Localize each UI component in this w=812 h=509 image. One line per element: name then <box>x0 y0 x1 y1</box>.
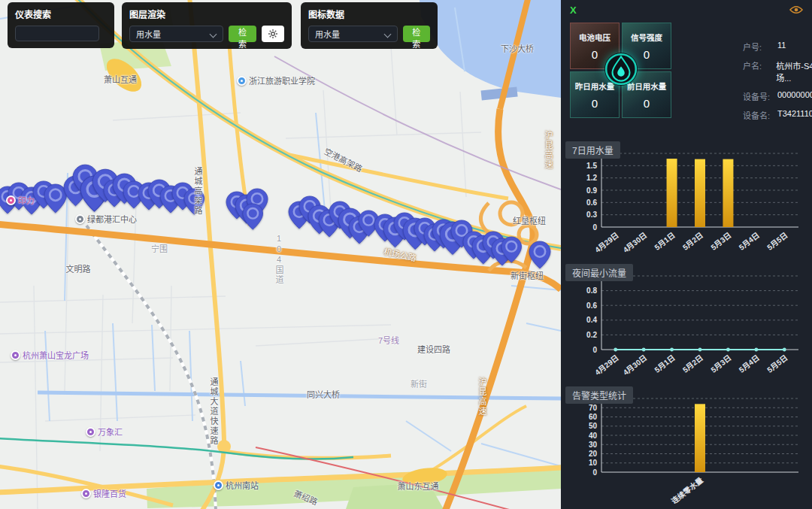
map-poi[interactable]: 银隆百货 <box>81 487 126 499</box>
svg-text:5月4日: 5月4日 <box>738 353 761 374</box>
icon-type-select[interactable]: 用水量 <box>308 26 398 42</box>
map-poi[interactable]: 绿都港汇中心 <box>75 213 137 225</box>
chart-title-daily-usage: 7日用水量 <box>565 141 620 159</box>
svg-text:0.9: 0.9 <box>586 186 597 195</box>
svg-text:0.3: 0.3 <box>586 211 597 219</box>
svg-text:30: 30 <box>589 441 598 449</box>
stat-value: 0 <box>644 48 650 61</box>
icon-data-title: 图标数据 <box>308 8 430 20</box>
info-row: 户名:杭州市-S4机场... <box>743 59 812 83</box>
device-summary-section: 电池电压0信号强度0昨日用水量0前日用水量0 户号:11户名:杭州市-S4机场.… <box>561 20 812 140</box>
panel-header: X <box>561 0 812 20</box>
chart-section-night-flow: 夜间最小流量 00.20.40.60.814月29日4月30日5月1日5月2日5… <box>561 262 812 385</box>
meter-pin[interactable] <box>501 236 523 266</box>
layer-render-title: 图层渲染 <box>129 8 284 20</box>
svg-text:0: 0 <box>592 223 597 232</box>
layer-type-select[interactable]: 用水量 <box>129 26 223 42</box>
device-info-list: 户号:11户名:杭州市-S4机场...设备号:00000000003...设备名… <box>743 41 812 121</box>
app-root: 萧山互通下沙大桥通城高架路空港高架路沪昆高速红垦枢纽机场公路新街枢纽宁围文明路1… <box>0 0 812 509</box>
poi-marker-icon <box>214 480 223 490</box>
stat-value: 0 <box>592 97 598 110</box>
poi-marker-icon <box>6 195 16 205</box>
svg-text:5月2日: 5月2日 <box>681 353 704 374</box>
info-value: 11 <box>777 41 786 53</box>
chart-title-alarm-stats: 告警类型统计 <box>565 386 633 404</box>
info-label: 户号: <box>743 41 777 53</box>
info-row: 设备名:T3421110024 <box>743 109 812 121</box>
map-canvas[interactable]: 萧山互通下沙大桥通城高架路空港高架路沪昆高速红垦枢纽机场公路新街枢纽宁围文明路1… <box>0 0 561 509</box>
map-poi[interactable]: 杭州萧山宝龙广场 <box>11 349 89 361</box>
daily-usage-chart: 00.30.60.91.21.51.84月29日4月30日5月1日5月2日5月3… <box>565 144 807 259</box>
svg-text:60: 60 <box>589 413 598 421</box>
meter-pin[interactable] <box>242 203 264 233</box>
poi-marker-icon <box>11 350 20 360</box>
night-flow-chart: 00.20.40.60.814月29日4月30日5月1日5月2日5月3日5月4日… <box>565 267 807 381</box>
info-value: T3421110024 <box>777 109 812 121</box>
chart-title-night-flow: 夜间最小流量 <box>565 264 633 281</box>
poi-marker-icon <box>237 76 247 86</box>
svg-text:0: 0 <box>592 468 597 477</box>
layer-type-value: 用水量 <box>136 28 161 40</box>
meter-search-panel: 仪表搜索 <box>8 2 114 48</box>
meter-pin[interactable] <box>529 241 551 272</box>
alarm-stats-chart: 01020304050607080连续零水量 <box>565 389 807 504</box>
stat-label: 信号强度 <box>631 32 662 43</box>
svg-text:4月30日: 4月30日 <box>622 353 649 377</box>
svg-text:4月29日: 4月29日 <box>593 231 620 254</box>
info-row: 户号:11 <box>743 41 812 53</box>
svg-text:0.4: 0.4 <box>586 316 597 324</box>
svg-text:5月2日: 5月2日 <box>681 231 704 252</box>
svg-text:5月5日: 5月5日 <box>765 353 789 374</box>
svg-text:5月3日: 5月3日 <box>709 231 732 252</box>
svg-text:50: 50 <box>589 422 598 430</box>
stat-value: 0 <box>644 97 650 110</box>
water-drop-logo-icon <box>603 51 639 90</box>
map-poi[interactable]: 浙江旅游职业学院 <box>237 74 315 86</box>
svg-text:20: 20 <box>589 450 598 458</box>
meter-search-title: 仪表搜索 <box>15 8 107 20</box>
svg-text:10: 10 <box>589 459 598 467</box>
poi-label: 杭州南站 <box>226 479 259 491</box>
poi-label: 万象汇 <box>98 426 123 438</box>
info-label: 户名: <box>743 59 776 83</box>
eye-icon[interactable] <box>789 5 803 14</box>
svg-text:连续零水量: 连续零水量 <box>669 475 704 504</box>
svg-text:70: 70 <box>589 404 598 412</box>
poi-label: 绿都港汇中心 <box>87 213 137 225</box>
map-poi[interactable]: 印力 <box>6 194 35 206</box>
info-label: 设备号: <box>743 90 777 102</box>
icon-type-value: 用水量 <box>315 28 340 40</box>
svg-text:0.6: 0.6 <box>586 301 597 310</box>
poi-label: 浙江旅游职业学院 <box>249 74 315 86</box>
poi-marker-icon <box>81 489 91 498</box>
svg-text:0.8: 0.8 <box>586 286 597 295</box>
svg-text:5月1日: 5月1日 <box>653 231 677 252</box>
layer-settings-button[interactable] <box>262 26 284 42</box>
info-row: 设备号:00000000003... <box>743 90 812 102</box>
meter-pin[interactable] <box>183 188 205 218</box>
chart-section-alarm-stats: 告警类型统计 01020304050607080连续零水量 <box>561 385 812 507</box>
poi-marker-icon <box>75 214 85 224</box>
svg-text:0.2: 0.2 <box>586 331 597 339</box>
layer-render-panel: 图层渲染 用水量 检索 <box>122 2 292 49</box>
close-button[interactable]: X <box>570 5 577 16</box>
svg-text:5月5日: 5月5日 <box>765 231 789 252</box>
map-poi[interactable]: 万象汇 <box>86 426 123 438</box>
icon-search-button[interactable]: 检索 <box>403 26 430 42</box>
svg-text:1.5: 1.5 <box>586 162 597 170</box>
svg-text:4月29日: 4月29日 <box>593 353 620 377</box>
svg-text:5月3日: 5月3日 <box>709 353 732 374</box>
poi-label: 银隆百货 <box>93 487 126 499</box>
svg-text:4月30日: 4月30日 <box>622 231 649 254</box>
device-detail-panel: X 电池电压0信号强度0昨日用水量0前日用水量0 <box>561 0 812 509</box>
info-label: 设备名: <box>743 109 777 121</box>
poi-marker-icon <box>86 427 95 437</box>
layer-search-button[interactable]: 检索 <box>229 26 257 42</box>
svg-text:5月1日: 5月1日 <box>653 353 677 374</box>
stat-label: 电池电压 <box>579 32 611 43</box>
svg-text:40: 40 <box>589 432 598 440</box>
water-body <box>420 0 561 98</box>
map-poi[interactable]: 杭州南站 <box>214 479 259 491</box>
meter-search-input[interactable] <box>15 26 99 41</box>
svg-text:5月4日: 5月4日 <box>738 231 761 252</box>
